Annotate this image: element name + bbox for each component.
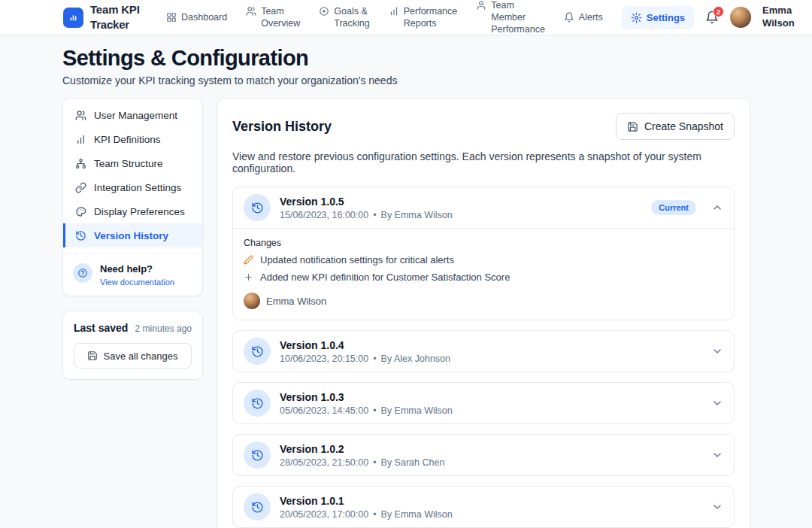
nav-item-goals-tracking[interactable]: Goals & Tracking xyxy=(319,5,369,30)
view-documentation-link[interactable]: View documentation xyxy=(100,278,174,287)
palette-icon xyxy=(75,206,86,217)
notification-badge: 2 xyxy=(713,6,724,17)
version-card: Version 1.0.3 05/06/2023, 14:45:00 • By … xyxy=(232,382,735,424)
meta-bullet: • xyxy=(373,509,376,520)
version-timestamp: 05/06/2023, 14:45:00 xyxy=(280,405,368,416)
author-name: Emma Wilson xyxy=(266,296,326,307)
version-history-icon xyxy=(244,493,271,520)
brand: Team KPI Tracker xyxy=(63,2,144,33)
meta-bullet: • xyxy=(373,354,376,364)
save-icon xyxy=(87,350,98,361)
nav-label: Performance Reports xyxy=(404,5,458,30)
save-all-changes-button[interactable]: Save all changes xyxy=(74,343,192,369)
meta-bullet: • xyxy=(373,457,376,468)
version-card: Version 1.0.1 20/05/2023, 17:00:00 • By … xyxy=(232,486,735,528)
version-card-header[interactable]: Version 1.0.4 10/06/2023, 20:15:00 • By … xyxy=(233,331,734,372)
version-title: Version 1.0.5 xyxy=(280,196,642,208)
plus-icon xyxy=(244,272,253,282)
change-item: Added new KPI definition for Customer Sa… xyxy=(244,272,723,283)
bar-chart-icon xyxy=(75,134,86,145)
author-avatar xyxy=(244,293,260,309)
version-history-title: Version History xyxy=(232,119,332,135)
chevron-up-icon[interactable] xyxy=(711,202,723,214)
nav-item-alerts[interactable]: Alerts xyxy=(564,11,603,23)
version-title: Version 1.0.1 xyxy=(280,495,696,507)
nav-label: Settings xyxy=(647,12,685,23)
version-details: Changes Updated notification settings fo… xyxy=(233,228,734,320)
version-timestamp: 15/06/2023, 16:00:00 xyxy=(280,210,368,220)
meta-bullet: • xyxy=(373,405,376,416)
sidebar-item-display-preferences[interactable]: Display Preferences xyxy=(63,199,202,223)
notifications-bell[interactable]: 2 xyxy=(705,11,719,24)
chevron-down-icon[interactable] xyxy=(711,345,723,357)
version-title: Version 1.0.3 xyxy=(280,391,696,403)
version-card: Version 1.0.5 15/06/2023, 16:00:00 • By … xyxy=(232,187,735,320)
create-snapshot-button[interactable]: Create Snapshot xyxy=(616,113,735,140)
version-card-header[interactable]: Version 1.0.2 28/05/2023, 21:50:00 • By … xyxy=(233,435,734,475)
version-timestamp: 28/05/2023, 21:50:00 xyxy=(280,457,368,468)
sidebar-menu-card: User Management KPI Definitions Team Str… xyxy=(62,98,203,296)
sidebar-item-team-structure[interactable]: Team Structure xyxy=(63,151,202,175)
sidebar-item-label: User Management xyxy=(94,110,177,121)
version-history-description: View and restore previous configuration … xyxy=(232,150,735,174)
settings-sidebar: User Management KPI Definitions Team Str… xyxy=(62,98,203,380)
version-history-icon xyxy=(244,194,271,221)
gear-icon xyxy=(631,12,642,23)
chevron-down-icon[interactable] xyxy=(711,449,723,461)
app-logo-icon xyxy=(63,8,83,28)
alerts-icon xyxy=(564,12,574,23)
nav-label: Alerts xyxy=(579,11,603,23)
version-card-header[interactable]: Version 1.0.3 05/06/2023, 14:45:00 • By … xyxy=(233,383,734,423)
sidebar-item-label: Team Structure xyxy=(94,158,163,169)
pencil-icon xyxy=(244,255,253,265)
nav-label: Dashboard xyxy=(181,11,227,23)
nav-item-settings[interactable]: Settings xyxy=(622,6,694,29)
hierarchy-icon xyxy=(75,158,86,169)
version-card-header[interactable]: Version 1.0.5 15/06/2023, 16:00:00 • By … xyxy=(233,187,734,228)
sidebar-item-label: KPI Definitions xyxy=(94,134,161,145)
version-title: Version 1.0.2 xyxy=(280,443,696,455)
version-history-icon xyxy=(244,390,271,417)
nav-item-dashboard[interactable]: Dashboard xyxy=(166,11,227,23)
performance-reports-icon xyxy=(389,6,399,17)
help-title: Need help? xyxy=(100,263,174,275)
goals-tracking-icon xyxy=(319,6,329,17)
nav-right-group: Settings 2 Emma Wilson xyxy=(622,5,798,30)
save-button-label: Save all changes xyxy=(103,350,177,362)
version-card: Version 1.0.4 10/06/2023, 20:15:00 • By … xyxy=(232,330,735,372)
chevron-down-icon[interactable] xyxy=(711,501,723,513)
nav-item-performance-reports[interactable]: Performance Reports xyxy=(389,5,458,30)
version-title: Version 1.0.4 xyxy=(280,339,696,351)
users-icon xyxy=(75,110,86,121)
nav-label: Team Member Performance xyxy=(491,0,545,35)
page-subtitle: Customize your KPI tracking system to ma… xyxy=(62,74,749,86)
sidebar-item-version-history[interactable]: Version History xyxy=(63,223,202,247)
sidebar-item-label: Display Preferences xyxy=(94,206,185,217)
sidebar-item-kpi-definitions[interactable]: KPI Definitions xyxy=(63,127,202,151)
history-icon xyxy=(75,230,86,241)
version-author: By Emma Wilson xyxy=(381,210,453,220)
dashboard-icon xyxy=(166,12,177,23)
meta-bullet: • xyxy=(373,210,376,220)
nav-label: Team Overview xyxy=(261,5,300,30)
last-saved-card: Last saved 2 minutes ago Save all change… xyxy=(62,311,203,380)
nav-label: Goals & Tracking xyxy=(334,5,369,30)
team-member-performance-icon xyxy=(476,0,486,11)
help-circle-icon xyxy=(73,263,92,283)
create-snapshot-label: Create Snapshot xyxy=(644,120,723,132)
version-card-header[interactable]: Version 1.0.1 20/05/2023, 17:00:00 • By … xyxy=(233,487,734,527)
sidebar-item-user-management[interactable]: User Management xyxy=(63,103,202,127)
change-item: Updated notification settings for critic… xyxy=(244,254,723,266)
help-box: Need help? View documentation xyxy=(63,253,202,296)
nav-item-team-overview[interactable]: Team Overview xyxy=(246,5,300,30)
sidebar-item-label: Integration Settings xyxy=(94,182,181,193)
version-history-icon xyxy=(244,442,271,469)
nav-item-team-member-performance[interactable]: Team Member Performance xyxy=(476,0,545,35)
user-avatar[interactable] xyxy=(730,7,751,28)
version-author: By Emma Wilson xyxy=(381,509,453,520)
page-title: Settings & Configuration xyxy=(62,46,749,71)
sidebar-item-integration-settings[interactable]: Integration Settings xyxy=(63,175,202,199)
current-badge: Current xyxy=(651,200,696,215)
version-author: By Sarah Chen xyxy=(381,457,445,468)
chevron-down-icon[interactable] xyxy=(711,397,723,409)
